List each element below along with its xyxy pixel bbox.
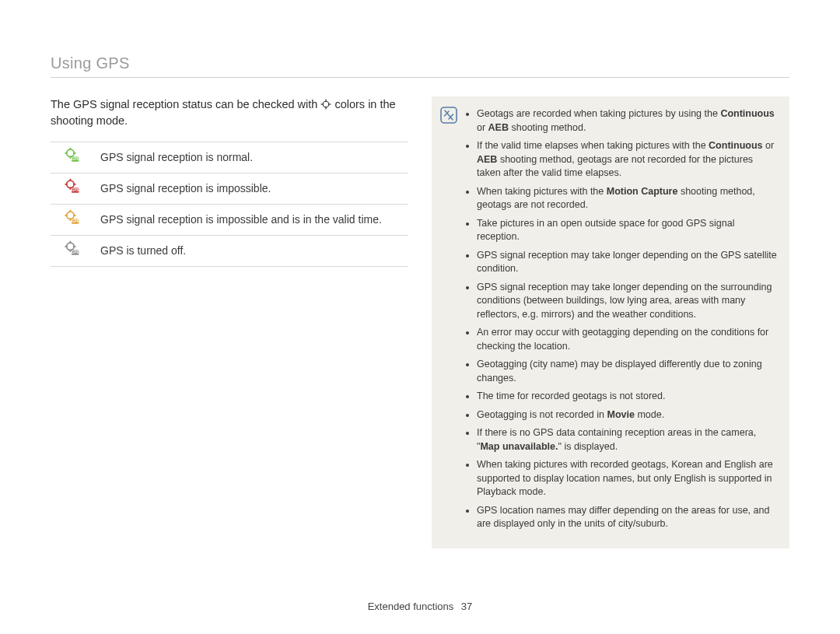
left-column: The GPS signal reception status can be c… — [51, 96, 408, 548]
status-text: GPS signal reception is impossible and i… — [93, 204, 408, 235]
gps-valid-icon: GPS — [51, 204, 93, 235]
list-item: GPS signal reception may take longer dep… — [477, 249, 777, 276]
gps-reticle-icon — [320, 98, 331, 109]
gps-off-icon: GPS — [51, 235, 93, 266]
list-item: The time for recorded geotags is not sto… — [477, 390, 777, 404]
title-rule — [51, 77, 789, 78]
list-item: When taking pictures with the Motion Cap… — [477, 185, 777, 212]
note-list: Geotags are recorded when taking picture… — [466, 107, 777, 531]
list-item: If the valid time elapses when taking pi… — [477, 139, 777, 180]
note-icon — [439, 106, 458, 124]
svg-text:GPS: GPS — [72, 157, 79, 161]
status-text: GPS is turned off. — [93, 235, 408, 266]
right-column: Geotags are recorded when taking picture… — [432, 96, 789, 548]
note-run: Geotags are recorded when taking picture… — [477, 108, 720, 119]
list-item: Geotags are recorded when taking picture… — [477, 107, 777, 135]
table-row: GPSGPS is turned off. — [51, 235, 408, 266]
list-item: Geotagging is not recorded in Movie mode… — [477, 408, 777, 422]
svg-point-12 — [67, 180, 74, 187]
table-row: GPSGPS signal reception is normal. — [51, 142, 408, 173]
note-run: Map unavailable. — [480, 441, 558, 452]
gps-normal-icon: GPS — [51, 142, 93, 173]
note-run: If the valid time elapses when taking pi… — [477, 140, 709, 151]
page-title: Using GPS — [51, 54, 789, 72]
svg-point-26 — [67, 243, 74, 250]
svg-point-0 — [324, 101, 330, 107]
note-run: An error may occur with geotagging depen… — [477, 327, 768, 352]
note-run: GPS signal reception may take longer dep… — [477, 282, 772, 320]
note-run: Continuous — [709, 140, 762, 151]
svg-text:GPS: GPS — [72, 219, 79, 223]
list-item: If there is no GPS data containing recep… — [477, 426, 777, 454]
status-text: GPS signal reception is normal. — [93, 142, 408, 173]
footer-page-number: 37 — [461, 601, 472, 612]
table-row: GPSGPS signal reception is impossible an… — [51, 204, 408, 235]
note-run: or — [763, 140, 775, 151]
note-run: " is displayed. — [558, 441, 618, 452]
list-item: Take pictures in an open outside space f… — [477, 217, 777, 244]
list-item: An error may occur with geotagging depen… — [477, 326, 777, 353]
list-item: Geotagging (city name) may be displayed … — [477, 358, 777, 385]
gps-impossible-icon: GPS — [51, 173, 93, 204]
note-run: or — [477, 122, 488, 133]
note-run: Geotagging is not recorded in — [477, 409, 607, 420]
gps-status-tbody: GPSGPS signal reception is normal.GPSGPS… — [51, 142, 408, 267]
note-run: Geotagging (city name) may be displayed … — [477, 359, 762, 384]
intro-text: The GPS signal reception status can be c… — [51, 96, 408, 129]
svg-point-5 — [67, 149, 74, 156]
note-run: Continuous — [720, 108, 774, 119]
list-item: When taking pictures with recorded geota… — [477, 458, 777, 499]
intro-pre: The GPS signal reception status can be c… — [51, 98, 320, 110]
list-item: GPS signal reception may take longer dep… — [477, 281, 777, 322]
svg-text:GPS: GPS — [72, 188, 79, 192]
svg-text:GPS: GPS — [72, 250, 79, 254]
note-run: AEB — [477, 154, 497, 165]
gps-status-table: GPSGPS signal reception is normal.GPSGPS… — [51, 142, 408, 267]
status-text: GPS signal reception is impossible. — [93, 173, 408, 204]
note-run: The time for recorded geotags is not sto… — [477, 391, 666, 401]
two-column-layout: The GPS signal reception status can be c… — [51, 96, 789, 548]
svg-point-19 — [67, 212, 74, 219]
note-run: shooting method. — [509, 122, 586, 133]
note-run: mode. — [635, 409, 664, 420]
note-run: Take pictures in an open outside space f… — [477, 218, 734, 243]
table-row: GPSGPS signal reception is impossible. — [51, 173, 408, 204]
note-run: Motion Capture — [607, 186, 678, 197]
page-footer: Extended functions 37 — [0, 601, 840, 612]
note-run: Movie — [607, 409, 634, 420]
note-box: Geotags are recorded when taking picture… — [432, 96, 789, 548]
note-run: shooting method, geotags are not recorde… — [477, 154, 753, 179]
note-run: AEB — [488, 122, 509, 133]
footer-section: Extended functions — [368, 601, 454, 612]
list-item: GPS location names may differ depending … — [477, 504, 777, 531]
note-run: GPS location names may differ depending … — [477, 505, 769, 530]
note-run: When taking pictures with the — [477, 186, 607, 197]
note-run: When taking pictures with recorded geota… — [477, 459, 773, 497]
note-run: GPS signal reception may take longer dep… — [477, 250, 777, 275]
document-page: Using GPS The GPS signal reception statu… — [0, 0, 840, 634]
